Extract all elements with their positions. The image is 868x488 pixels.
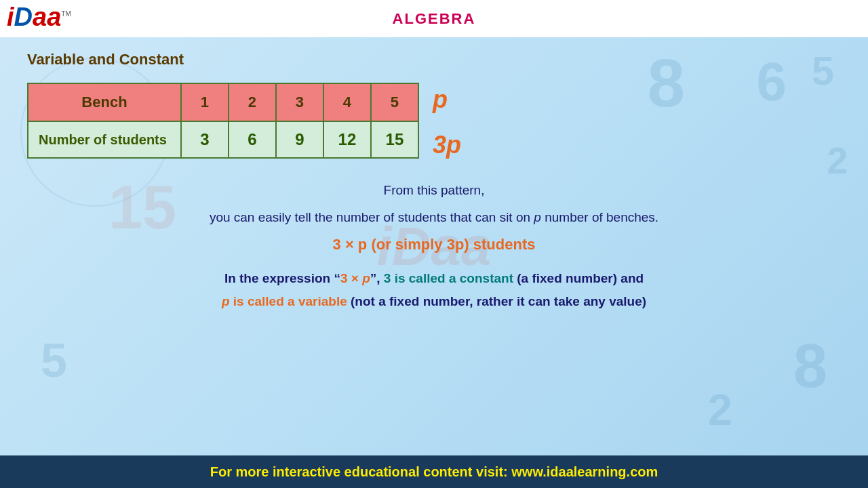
pattern-line1-text: From this pattern, — [384, 183, 485, 197]
expr-mid2: (a fixed number) and — [513, 271, 644, 285]
expr-p2: p — [222, 294, 230, 308]
wm-num-2b: 2 — [708, 384, 732, 435]
expression-line1: In the expression “3 × p”, 3 is called a… — [27, 267, 841, 290]
content-wrapper: Variable and Constant Bench 1 2 3 4 5 Nu… — [27, 51, 841, 313]
student-val-5: 15 — [371, 121, 418, 158]
variable-labels: p 3p — [433, 82, 461, 159]
bench-table: Bench 1 2 3 4 5 Number of students 3 6 9… — [27, 83, 419, 159]
student-val-1: 3 — [181, 121, 229, 158]
table-header-row: Bench 1 2 3 4 5 — [28, 83, 418, 121]
logo-i: i — [7, 3, 14, 31]
expr-mid1: ”, — [370, 271, 384, 285]
students-label: Number of students — [28, 121, 181, 158]
footer: For more interactive educational content… — [0, 455, 868, 488]
wm-num-8b: 8 — [793, 331, 827, 401]
bench-val-3: 3 — [276, 83, 323, 121]
bench-val-4: 4 — [323, 83, 371, 121]
p-italic: p — [534, 210, 541, 224]
logo-d: D — [14, 3, 33, 31]
bench-val-2: 2 — [229, 83, 276, 121]
expr-end: (not a fixed number, rather it can take … — [347, 294, 646, 308]
expression-line2: p is called a variable (not a fixed numb… — [27, 290, 841, 313]
expr-p: p — [362, 271, 370, 285]
bench-val-5: 5 — [371, 83, 418, 121]
expr-highlight1: 3 × p — [340, 271, 370, 285]
bench-val-1: 1 — [181, 83, 229, 121]
student-val-4: 12 — [323, 121, 371, 158]
student-val-2: 6 — [229, 121, 276, 158]
section-title: Variable and Constant — [27, 51, 841, 68]
logo-aa: aa — [33, 3, 61, 31]
app: iDaaTM ALGEBRA 6 8 5 2 8 2 5 15 iDaa Var… — [0, 0, 868, 488]
pattern-line2: you can easily tell the number of studen… — [27, 207, 841, 228]
wm-num-5b: 5 — [41, 333, 67, 388]
var-p-label: p — [433, 82, 461, 114]
expr-start: In the expression “ — [224, 271, 340, 285]
logo-tm: TM — [61, 10, 71, 18]
table-data-row: Number of students 3 6 9 12 15 — [28, 121, 418, 158]
top-bar: iDaaTM ALGEBRA — [0, 0, 868, 37]
student-val-3: 9 — [276, 121, 323, 158]
expr-variable: p is called a variable — [222, 294, 347, 308]
text-content: From this pattern, you can easily tell t… — [27, 180, 841, 313]
footer-text: For more interactive educational content… — [210, 464, 658, 480]
formula-text: 3 × p (or simply 3p) students — [27, 236, 841, 253]
logo: iDaaTM — [7, 3, 71, 32]
var-3p-label: 3p — [433, 127, 461, 159]
pattern-line2-text: you can easily tell the number of studen… — [210, 210, 658, 224]
bench-label: Bench — [28, 83, 181, 121]
main-content: 6 8 5 2 8 2 5 15 iDaa Variable and Const… — [0, 37, 868, 455]
pattern-line1: From this pattern, — [27, 180, 841, 201]
page-title: ALGEBRA — [393, 10, 476, 28]
table-area: Bench 1 2 3 4 5 Number of students 3 6 9… — [27, 82, 841, 159]
expr-constant: 3 is called a constant — [384, 271, 513, 285]
